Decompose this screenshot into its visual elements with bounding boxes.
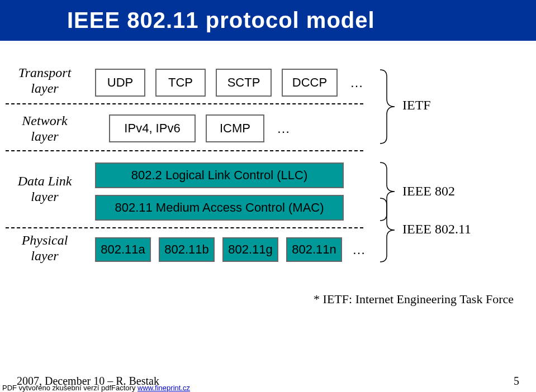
box-80211g: 802.11g	[222, 237, 278, 262]
box-udp: UDP	[95, 69, 145, 97]
layer-label-physical: Physical layer	[6, 233, 84, 264]
label-ieee802: IEEE 802	[402, 184, 455, 199]
label-ietf: IETF	[402, 98, 431, 113]
box-80211a: 802.11a	[95, 237, 151, 262]
box-80211b: 802.11b	[159, 237, 215, 262]
text: PDF vytvořeno zkušební verzí pdfFactory	[2, 384, 137, 392]
footnote: * IETF: Internet Engineering Task Force	[314, 292, 514, 307]
text: Data Link	[18, 174, 72, 188]
box-mac: 802.11 Medium Access Control (MAC)	[95, 195, 344, 221]
footer-page-number: 5	[514, 375, 519, 388]
physical-more: …	[352, 242, 366, 257]
text: Network	[22, 113, 67, 128]
divider-datalink-physical	[6, 227, 363, 228]
text: layer	[31, 189, 58, 204]
bracket-ieee80211	[380, 196, 397, 264]
box-sctp: SCTP	[216, 69, 272, 97]
box-dccp: DCCP	[282, 69, 338, 97]
pdf-factory-link[interactable]: www.fineprint.cz	[137, 384, 190, 392]
box-icmp: ICMP	[206, 114, 264, 142]
network-more: …	[277, 121, 290, 136]
text: layer	[31, 248, 58, 263]
text: Physical	[22, 233, 68, 247]
divider-network-datalink	[6, 150, 363, 151]
box-llc: 802.2 Logical Link Control (LLC)	[95, 162, 344, 188]
box-tcp: TCP	[155, 69, 206, 97]
pdf-factory-line: PDF vytvořeno zkušební verzí pdfFactory …	[2, 384, 190, 392]
text: Transport	[18, 65, 72, 80]
layer-label-datalink: Data Link layer	[6, 174, 84, 204]
box-ipv4-ipv6: IPv4, IPv6	[109, 114, 196, 142]
text: layer	[31, 81, 58, 95]
bracket-ietf	[380, 68, 397, 146]
divider-transport-network	[6, 103, 363, 104]
transport-more: …	[350, 75, 363, 90]
layer-label-transport: Transport layer	[6, 65, 84, 96]
slide-title: IEEE 802.11 protocol model	[0, 0, 536, 41]
label-ieee80211: IEEE 802.11	[402, 222, 471, 237]
diagram-area: Transport layer Network layer Data Link …	[0, 41, 536, 353]
box-80211n: 802.11n	[286, 237, 342, 262]
text: layer	[31, 129, 58, 144]
layer-label-network: Network layer	[6, 113, 84, 144]
